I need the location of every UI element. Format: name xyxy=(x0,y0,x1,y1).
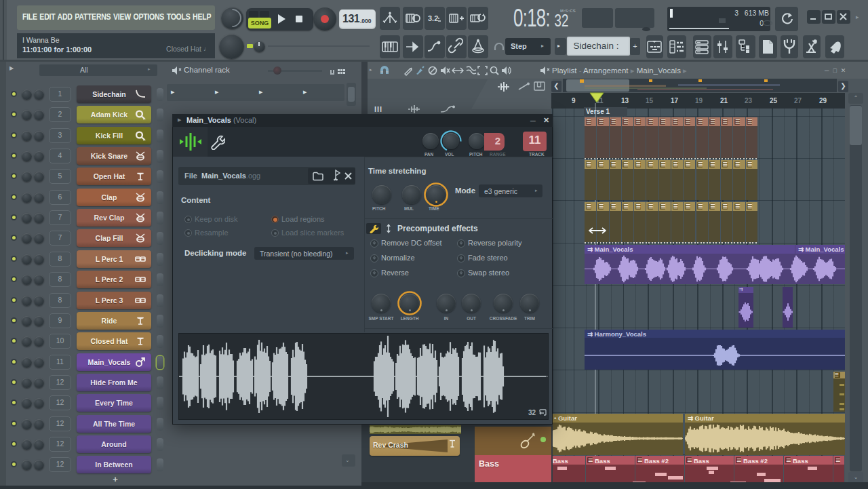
svg-text:3.2: 3.2 xyxy=(428,14,438,22)
